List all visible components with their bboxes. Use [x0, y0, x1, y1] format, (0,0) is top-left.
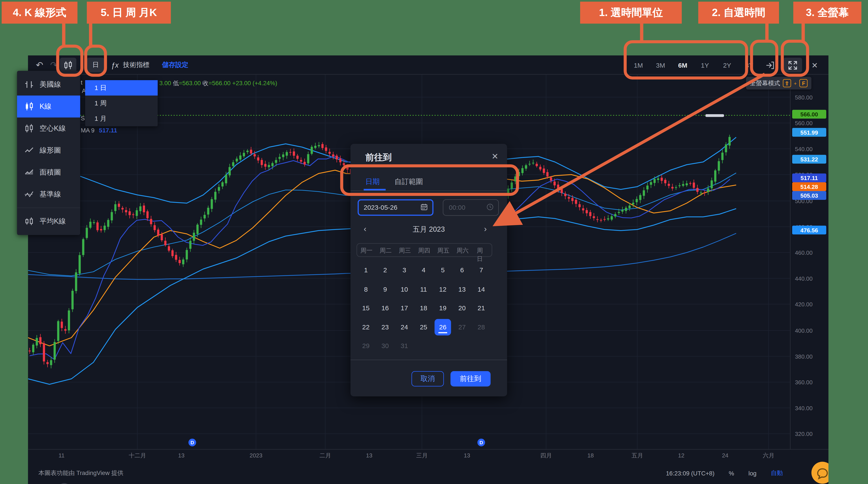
goto-button[interactable]: 前往到 — [451, 371, 491, 387]
calendar-day[interactable]: 12 — [435, 281, 451, 297]
percent-scale-toggle[interactable]: % — [729, 470, 734, 476]
chart-type-item-heikin[interactable]: 平均K線 — [17, 211, 81, 232]
hollow-icon — [24, 124, 34, 133]
log-scale-toggle[interactable]: log — [748, 470, 756, 476]
calendar-day[interactable]: 24 — [396, 319, 413, 335]
calendar-day[interactable]: 29 — [358, 338, 374, 354]
fx-icon[interactable]: ƒx — [108, 58, 122, 73]
calendar-day[interactable]: 16 — [377, 300, 393, 316]
price-tick-label: 440.00 — [795, 275, 813, 282]
chart-type-button[interactable] — [60, 58, 76, 73]
chart-type-menu: 美國線K線空心K線線形圖面積圖基準線平均K線 — [17, 71, 81, 235]
calendar-day[interactable]: 1 — [358, 262, 374, 279]
dividend-marker[interactable]: D — [189, 439, 196, 447]
chart-type-label: K線 — [39, 102, 52, 111]
calendar-day[interactable]: 9 — [377, 281, 393, 297]
chart-type-item-area[interactable]: 面積圖 — [17, 161, 81, 183]
calendar-day[interactable]: 15 — [358, 300, 374, 316]
interval-button[interactable]: 日 — [87, 58, 104, 73]
price-tick-label: 360.00 — [795, 379, 813, 385]
range-indicator — [705, 114, 724, 117]
calendar-day[interactable]: 19 — [435, 300, 451, 316]
price-label: 514.28 — [792, 182, 826, 191]
range-button-1Y[interactable]: 1Y — [696, 61, 713, 69]
chart-type-item-line[interactable]: 線形圖 — [17, 139, 81, 161]
price-tick-label: 540.00 — [795, 146, 813, 152]
price-tick-label: 380.00 — [795, 353, 813, 360]
price-axis[interactable]: 580.00560.00540.00520.00500.00480.00460.… — [790, 75, 829, 449]
interval-item[interactable]: 1 月 — [85, 111, 158, 126]
calendar-day[interactable]: 11 — [415, 281, 432, 297]
ohlc-row: 3.00 低=563.00 收=566.00 +23.00 (+4.24%) — [159, 79, 277, 87]
range-button-2Y[interactable]: 2Y — [719, 61, 735, 69]
calendar-day[interactable]: 31 — [396, 338, 413, 354]
save-settings-button[interactable]: 儲存設定 — [159, 58, 192, 73]
ohlc-part: 收 — [203, 80, 209, 86]
price-label: 517.11 — [792, 173, 826, 182]
time-tick-label: 2023 — [250, 452, 262, 458]
time-axis[interactable]: 11十二月132023二月13三月13四月18五月1224六月 — [28, 449, 829, 460]
chat-bubble-icon[interactable] — [811, 461, 829, 484]
range-button-3M[interactable]: 3M — [652, 61, 669, 69]
chart-type-item-bars[interactable]: 美國線 — [17, 73, 81, 96]
auto-scale-toggle[interactable]: 自動 — [771, 469, 783, 477]
calendar-day[interactable]: 25 — [415, 319, 432, 335]
calendar-day[interactable]: 26 — [435, 319, 451, 335]
time-range-group: 1M3M6M1Y2Y3Y — [630, 58, 758, 73]
calendar-day[interactable]: 22 — [358, 319, 374, 335]
calendar-day[interactable]: 17 — [396, 300, 413, 316]
calendar-day[interactable]: 21 — [473, 300, 490, 316]
interval-item[interactable]: 1 日 — [85, 80, 158, 96]
price-tick-label: 340.00 — [795, 405, 813, 411]
calendar-day[interactable]: 5 — [435, 262, 451, 279]
price-label: 531.22 — [792, 155, 826, 164]
chart-type-item-baseline[interactable]: 基準線 — [17, 183, 81, 205]
price-tick-label: 560.00 — [795, 120, 813, 126]
fullscreen-button[interactable] — [783, 58, 802, 73]
calendar-day[interactable]: 10 — [396, 281, 413, 297]
range-button-3Y[interactable]: 3Y — [741, 61, 757, 69]
calendar-day[interactable]: 27 — [454, 319, 470, 335]
calendar-day[interactable]: 4 — [415, 262, 432, 279]
baseline-icon — [24, 190, 34, 199]
chart-type-item-candles[interactable]: K線 — [17, 96, 81, 118]
calendar-day[interactable]: 13 — [454, 281, 470, 297]
ohlc-part: +23.00 (+4.24%) — [232, 80, 277, 86]
calendar-day[interactable]: 2 — [377, 262, 393, 279]
chart-type-item-hollow[interactable]: 空心K線 — [17, 118, 81, 139]
range-button-1M[interactable]: 1M — [630, 61, 647, 69]
ma-value: 517.11 — [99, 127, 117, 133]
goto-date-button[interactable] — [762, 58, 779, 73]
calendar-day[interactable]: 3 — [396, 262, 413, 279]
close-icon[interactable]: ✕ — [807, 58, 823, 73]
annotation-label: 1. 選時間單位 — [580, 2, 682, 24]
redo-icon[interactable]: ↷ — [47, 58, 61, 72]
time-tick-label: 24 — [722, 452, 728, 458]
shift-key-icon: ⇧ — [783, 79, 791, 87]
calendar-day[interactable]: 6 — [454, 262, 470, 279]
calendar-day[interactable]: 20 — [454, 300, 470, 316]
calendar-day[interactable]: 23 — [377, 319, 393, 335]
calendar-day[interactable]: 7 — [473, 262, 490, 279]
calendar-day[interactable]: 14 — [473, 281, 490, 297]
candlestick-icon — [63, 60, 73, 70]
chart-type-label: 美國線 — [39, 80, 61, 90]
undo-icon[interactable]: ↶ — [33, 58, 47, 72]
interval-item[interactable]: 1 周 — [85, 96, 158, 111]
time-tick-label: 十二月 — [129, 452, 146, 460]
time-tick-label: 六月 — [763, 452, 774, 460]
calendar-day[interactable]: 18 — [415, 300, 432, 316]
calendar-day[interactable]: 30 — [377, 338, 393, 354]
top-toolbar: ↶ ↷ 日 ƒx 技術指標 儲存設定 1M3M6M1Y2Y3Y — [28, 56, 829, 75]
price-tick-label: 580.00 — [795, 94, 813, 101]
indicators-button[interactable]: 技術指標 — [120, 58, 152, 73]
candles-icon — [24, 102, 34, 111]
calendar-day[interactable]: 28 — [473, 319, 490, 335]
cancel-button[interactable]: 取消 — [411, 371, 444, 387]
calendar-day[interactable]: 8 — [358, 281, 374, 297]
price-label: 476.56 — [792, 226, 826, 234]
annotation-label: 2. 自選時間 — [699, 2, 779, 24]
dividend-marker[interactable]: D — [477, 439, 485, 447]
range-button-6M[interactable]: 6M — [674, 61, 691, 69]
chart-type-label: 線形圖 — [39, 146, 61, 156]
